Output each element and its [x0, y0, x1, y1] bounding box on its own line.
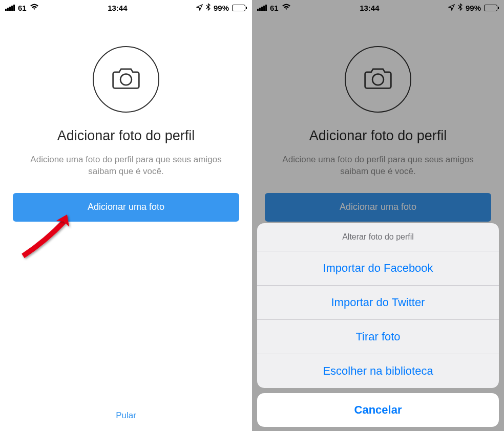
location-icon — [196, 4, 203, 12]
battery-icon — [232, 5, 247, 11]
wifi-strength: 61 — [270, 4, 279, 12]
action-sheet-title: Alterar foto do perfil — [257, 223, 499, 251]
status-right: 99% — [448, 3, 499, 12]
action-import-twitter[interactable]: Importar do Twitter — [257, 286, 499, 320]
main-content: Adicionar foto do perfil Adicione uma fo… — [0, 15, 252, 431]
battery-percent: 99% — [214, 4, 229, 12]
skip-link[interactable]: Pular — [116, 411, 136, 421]
action-cancel[interactable]: Cancelar — [257, 393, 499, 427]
status-bar: 61 13:44 99% — [0, 0, 252, 15]
signal-icon — [5, 5, 15, 11]
action-import-facebook[interactable]: Importar do Facebook — [257, 251, 499, 286]
phone-screen-1: 61 13:44 99% — [0, 0, 252, 431]
action-choose-library[interactable]: Escolher na biblioteca — [257, 354, 499, 388]
action-take-photo[interactable]: Tirar foto — [257, 320, 499, 354]
wifi-icon — [282, 4, 291, 12]
camera-circle — [93, 46, 159, 113]
wifi-icon — [30, 4, 39, 12]
status-left: 61 — [5, 4, 39, 12]
page-subtitle: Adicione uma foto do perfil para que seu… — [13, 154, 239, 178]
bluetooth-icon — [458, 3, 463, 12]
action-sheet: Alterar foto do perfil Importar do Faceb… — [257, 223, 499, 427]
status-bar: 61 13:44 99% — [252, 0, 504, 15]
page-title: Adicionar foto do perfil — [57, 128, 195, 144]
battery-icon — [484, 5, 499, 11]
camera-icon — [111, 63, 141, 95]
phone-screen-2: 61 13:44 99% — [252, 0, 504, 431]
location-icon — [448, 4, 455, 12]
svg-point-0 — [120, 74, 132, 85]
add-photo-button[interactable]: Adicionar uma foto — [13, 193, 239, 222]
bluetooth-icon — [206, 3, 211, 12]
signal-icon — [257, 5, 267, 11]
wifi-strength: 61 — [18, 4, 27, 12]
battery-percent: 99% — [466, 4, 481, 12]
status-time: 13:44 — [108, 4, 127, 12]
status-time: 13:44 — [360, 4, 379, 12]
status-right: 99% — [196, 3, 247, 12]
status-left: 61 — [257, 4, 291, 12]
